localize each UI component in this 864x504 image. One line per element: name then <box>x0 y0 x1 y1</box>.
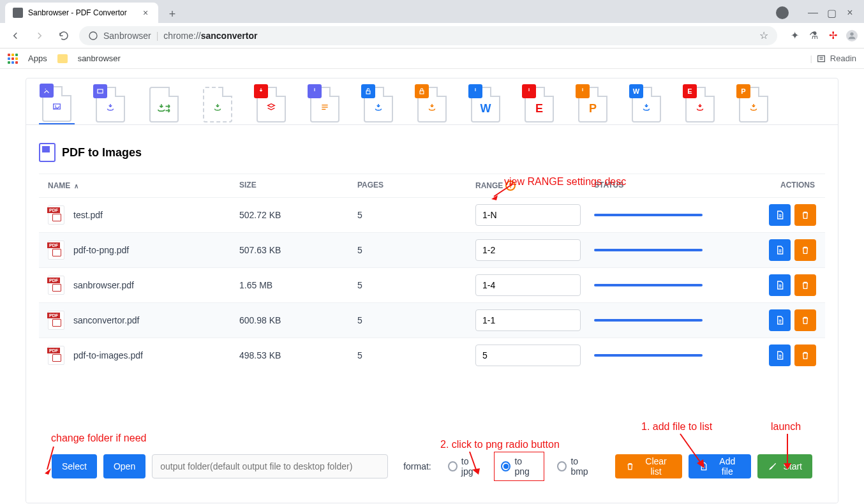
col-size[interactable]: SIZE <box>239 181 257 189</box>
tab-images-to-pdf[interactable] <box>93 85 128 124</box>
add-file-button[interactable]: Add file <box>689 454 751 478</box>
file-name: test.pdf <box>73 210 103 220</box>
clear-list-button[interactable]: Clear list <box>615 454 682 478</box>
col-status: STATUS <box>594 181 623 189</box>
open-folder-button[interactable]: Open <box>103 454 145 478</box>
tab-split-pdf[interactable] <box>146 85 182 124</box>
tab-excel-to-pdf[interactable]: E <box>682 85 718 124</box>
ext-pinwheel-icon[interactable]: ✢ <box>827 30 838 41</box>
omnibox-prefix: Sanbrowser <box>103 31 151 41</box>
range-input[interactable] <box>475 309 581 331</box>
reload-button[interactable] <box>55 27 73 45</box>
file-size: 498.53 KB <box>239 350 357 360</box>
tab-merge-pdf[interactable] <box>253 85 289 124</box>
apps-icon[interactable] <box>8 54 18 64</box>
table-row: sanbrowser.pdf 1.65 MB 5 <box>39 267 825 302</box>
tab-pdf-to-text[interactable] <box>307 85 343 124</box>
footer: Select Open format: to jpg to png to bmp… <box>39 443 825 490</box>
forward-button[interactable] <box>31 27 48 45</box>
incognito-icon <box>776 6 789 19</box>
select-folder-button[interactable]: Select <box>52 454 97 478</box>
pdf-file-icon <box>48 311 64 330</box>
view-button[interactable] <box>769 204 791 226</box>
section-icon <box>39 143 56 162</box>
col-name[interactable]: NAME <box>48 181 70 190</box>
file-plus-icon <box>699 461 708 471</box>
view-button[interactable] <box>769 309 791 331</box>
trash-icon <box>625 461 635 471</box>
table-row: test.pdf 502.72 KB 5 <box>39 197 825 232</box>
col-range[interactable]: RANGE <box>475 181 503 190</box>
progress-bar <box>594 284 703 286</box>
range-input[interactable] <box>475 204 581 226</box>
file-size: 600.98 KB <box>239 315 357 325</box>
minimize-button[interactable]: — <box>808 7 816 19</box>
tab-extract-pdf[interactable] <box>200 85 235 124</box>
col-pages[interactable]: PAGES <box>357 181 384 189</box>
browser-tab[interactable]: Sanbrowser - PDF Convertor × <box>5 3 158 23</box>
pdf-file-icon <box>48 241 64 260</box>
bookmark-folder-icon <box>57 54 68 63</box>
range-input[interactable] <box>475 345 581 366</box>
omnibox[interactable]: Sanbrowser | chrome://sanconvertor ☆ <box>79 26 777 45</box>
reading-list-icon <box>816 54 826 64</box>
format-label: format: <box>403 461 431 471</box>
file-name: sanbrowser.pdf <box>73 280 134 290</box>
delete-button[interactable] <box>794 204 816 226</box>
profile-avatar[interactable] <box>846 30 858 41</box>
range-input[interactable] <box>475 239 581 261</box>
radio-jpg[interactable]: to jpg <box>442 452 488 480</box>
new-tab-button[interactable]: + <box>163 5 181 23</box>
bookmarks-bar: Apps sanbrowser | Readin <box>0 48 864 69</box>
maximize-button[interactable]: ▢ <box>827 7 835 19</box>
toolbar: Sanbrowser | chrome://sanconvertor ☆ ✦ ⚗… <box>0 23 864 48</box>
svg-point-0 <box>89 32 97 40</box>
start-button[interactable]: Start <box>757 454 812 478</box>
pdf-file-icon <box>48 205 64 225</box>
file-pages: 5 <box>357 315 475 325</box>
file-pages: 5 <box>357 245 475 255</box>
section-header: PDF to Images <box>39 143 825 162</box>
extension-icons: ✦ ⚗ ✢ <box>789 30 858 41</box>
tab-word-to-pdf[interactable]: W <box>629 85 664 124</box>
tool-tabs: W E P W E P <box>26 78 838 125</box>
reading-list-label[interactable]: Readin <box>830 54 856 63</box>
svg-rect-12 <box>420 91 424 94</box>
progress-bar <box>594 249 703 251</box>
tab-pdf-to-ppt[interactable]: P <box>575 85 611 124</box>
range-input[interactable] <box>475 274 581 296</box>
tab-ppt-to-pdf[interactable]: P <box>736 85 771 124</box>
radio-png[interactable]: to png <box>494 452 544 481</box>
tab-pdf-to-images[interactable] <box>39 85 75 124</box>
star-icon[interactable]: ☆ <box>759 29 768 41</box>
table-row: pdf-to-images.pdf 498.53 KB 5 <box>39 337 825 373</box>
delete-button[interactable] <box>794 309 816 331</box>
radio-bmp[interactable]: to bmp <box>551 452 602 480</box>
output-folder-input[interactable] <box>152 454 388 478</box>
tab-close-icon[interactable]: × <box>140 8 151 18</box>
rocket-icon <box>768 461 778 471</box>
svg-point-1 <box>850 32 853 35</box>
file-pages: 5 <box>357 350 475 360</box>
close-window-button[interactable]: × <box>846 7 854 19</box>
tab-pdf-to-word[interactable]: W <box>468 85 503 124</box>
extensions-icon[interactable]: ✦ <box>789 30 800 41</box>
view-button[interactable] <box>769 239 791 261</box>
svg-point-6 <box>55 105 56 107</box>
ext-flask-icon[interactable]: ⚗ <box>808 30 819 41</box>
delete-button[interactable] <box>794 345 816 366</box>
tab-lock-pdf[interactable] <box>414 85 450 124</box>
tab-unlock-pdf[interactable] <box>361 85 396 124</box>
delete-button[interactable] <box>794 239 816 261</box>
pdf-file-icon <box>48 276 64 295</box>
tab-pdf-to-excel[interactable]: E <box>521 85 557 124</box>
site-info-icon <box>88 31 98 41</box>
apps-label[interactable]: Apps <box>28 54 47 63</box>
view-button[interactable] <box>769 345 791 366</box>
view-button[interactable] <box>769 274 791 296</box>
back-button[interactable] <box>6 27 24 45</box>
range-help-icon[interactable]: ? <box>505 181 516 191</box>
delete-button[interactable] <box>794 274 816 296</box>
table-row: pdf-to-png.pdf 507.63 KB 5 <box>39 232 825 267</box>
bookmark-sanbrowser[interactable]: sanbrowser <box>78 54 121 63</box>
